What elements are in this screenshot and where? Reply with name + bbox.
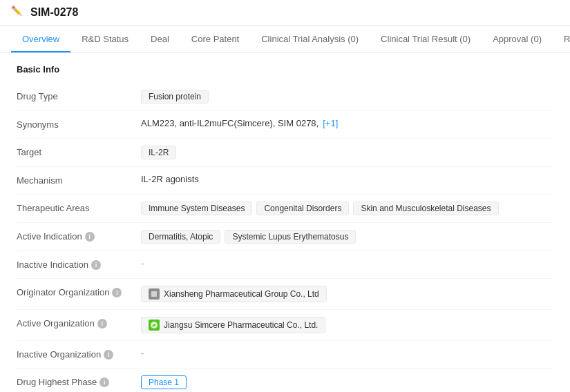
field-label-drug-highest-phase: Drug Highest Phasei <box>17 375 141 387</box>
tab-clinical-trial-result[interactable]: Clinical Trial Result (0) <box>370 26 482 52</box>
section-title: Basic Info <box>17 64 553 75</box>
field-label-therapeutic-areas: Therapeutic Areas <box>17 202 141 213</box>
field-value-active-organization: Jiangsu Simcere Pharmaceutical Co., Ltd. <box>141 317 553 333</box>
field-row-target: TargetIL-2R <box>17 139 553 167</box>
dash-inactive-organization: - <box>141 348 144 358</box>
field-label-active-organization: Active Organizationi <box>17 317 141 329</box>
tag-target: IL-2R <box>141 146 176 159</box>
info-icon-active-indication[interactable]: i <box>85 232 95 242</box>
field-label-target: Target <box>17 146 141 157</box>
svg-rect-0 <box>151 291 157 297</box>
field-row-therapeutic-areas: Therapeutic AreasImmune System DiseasesC… <box>17 195 553 223</box>
field-row-originator-organization: Originator OrganizationiXiansheng Pharma… <box>17 279 553 310</box>
tab-approval[interactable]: Approval (0) <box>482 26 553 52</box>
info-icon-originator-organization[interactable]: i <box>112 288 122 297</box>
tab-clinical-trial-analysis[interactable]: Clinical Trial Analysis (0) <box>250 26 370 52</box>
field-label-originator-organization: Originator Organizationi <box>17 286 141 297</box>
dash-inactive-indication: - <box>141 258 144 268</box>
tab-bar: OverviewR&D StatusDealCore PatentClinica… <box>0 26 570 53</box>
tab-core-patent[interactable]: Core Patent <box>180 26 250 52</box>
content-area: Basic Info Drug TypeFusion proteinSynony… <box>0 53 570 392</box>
field-value-inactive-organization: - <box>141 348 553 358</box>
tag-therapeutic-areas: Skin and Musculoskeletal Diseases <box>353 202 498 215</box>
field-row-inactive-organization: Inactive Organizationi- <box>17 341 553 369</box>
field-label-mechanism: Mechanism <box>17 174 141 186</box>
edit-icon: ✏️ <box>11 6 25 19</box>
field-value-drug-type: Fusion protein <box>141 90 553 104</box>
org-name-active-organization: Jiangsu Simcere Pharmaceutical Co., Ltd. <box>164 320 318 330</box>
field-row-inactive-indication: Inactive Indicationi- <box>17 251 553 279</box>
org-tag-originator-organization[interactable]: Xiansheng Pharmaceutical Group Co., Ltd <box>141 286 327 302</box>
field-value-inactive-indication: - <box>141 258 553 268</box>
field-value-active-indication: Dermatitis, AtopicSystemic Lupus Erythem… <box>141 230 553 244</box>
field-value-originator-organization: Xiansheng Pharmaceutical Group Co., Ltd <box>141 286 553 302</box>
synonyms-text: ALM223, anti-IL2muFC(Simcere), SIM 0278, <box>141 118 319 128</box>
field-label-synonyms: Synonyms <box>17 118 141 130</box>
tag-active-indication: Dermatitis, Atopic <box>141 230 220 244</box>
field-value-synonyms: ALM223, anti-IL2muFC(Simcere), SIM 0278,… <box>141 118 553 128</box>
org-icon-originator-organization <box>149 288 160 300</box>
field-value-mechanism: IL-2R agonists <box>141 174 553 184</box>
page-title: SIM-0278 <box>30 6 78 19</box>
org-icon-active-organization <box>149 320 160 331</box>
field-value-therapeutic-areas: Immune System DiseasesCongenital Disorde… <box>141 202 553 215</box>
field-row-drug-highest-phase: Drug Highest PhaseiPhase 1 <box>17 369 553 392</box>
plain-text-mechanism: IL-2R agonists <box>141 174 199 184</box>
info-icon-inactive-organization[interactable]: i <box>104 350 113 360</box>
info-icon-inactive-indication[interactable]: i <box>91 260 101 270</box>
tab-overview[interactable]: Overview <box>11 26 70 52</box>
field-value-drug-highest-phase: Phase 1 <box>141 375 553 389</box>
info-icon-drug-highest-phase[interactable]: i <box>99 378 109 387</box>
field-row-active-indication: Active IndicationiDermatitis, AtopicSyst… <box>17 223 553 251</box>
info-icon-active-organization[interactable]: i <box>97 319 107 329</box>
phase-tag: Phase 1 <box>141 375 187 389</box>
tag-active-indication: Systemic Lupus Erythematosus <box>225 230 356 244</box>
field-label-inactive-indication: Inactive Indicationi <box>17 258 141 270</box>
org-tag-active-organization[interactable]: Jiangsu Simcere Pharmaceutical Co., Ltd. <box>141 317 325 333</box>
tag-therapeutic-areas: Congenital Disorders <box>256 202 349 215</box>
field-row-synonyms: SynonymsALM223, anti-IL2muFC(Simcere), S… <box>17 111 553 139</box>
field-value-target: IL-2R <box>141 146 553 159</box>
field-row-mechanism: MechanismIL-2R agonists <box>17 167 553 195</box>
field-row-active-organization: Active OrganizationiJiangsu Simcere Phar… <box>17 310 553 341</box>
tag-drug-type: Fusion protein <box>141 90 209 104</box>
field-label-drug-type: Drug Type <box>17 90 141 101</box>
tab-rd-status[interactable]: R&D Status <box>70 26 140 52</box>
synonyms-link[interactable]: [+1] <box>323 118 338 128</box>
field-row-drug-type: Drug TypeFusion protein <box>17 83 553 111</box>
field-label-active-indication: Active Indicationi <box>17 230 141 242</box>
header: ✏️ SIM-0278 <box>0 0 570 26</box>
tag-therapeutic-areas: Immune System Diseases <box>141 202 252 215</box>
org-name-originator-organization: Xiansheng Pharmaceutical Group Co., Ltd <box>164 289 319 299</box>
tab-deal[interactable]: Deal <box>140 26 180 52</box>
tab-regulation[interactable]: Regulation (0) <box>553 26 570 52</box>
field-label-inactive-organization: Inactive Organizationi <box>17 348 141 360</box>
